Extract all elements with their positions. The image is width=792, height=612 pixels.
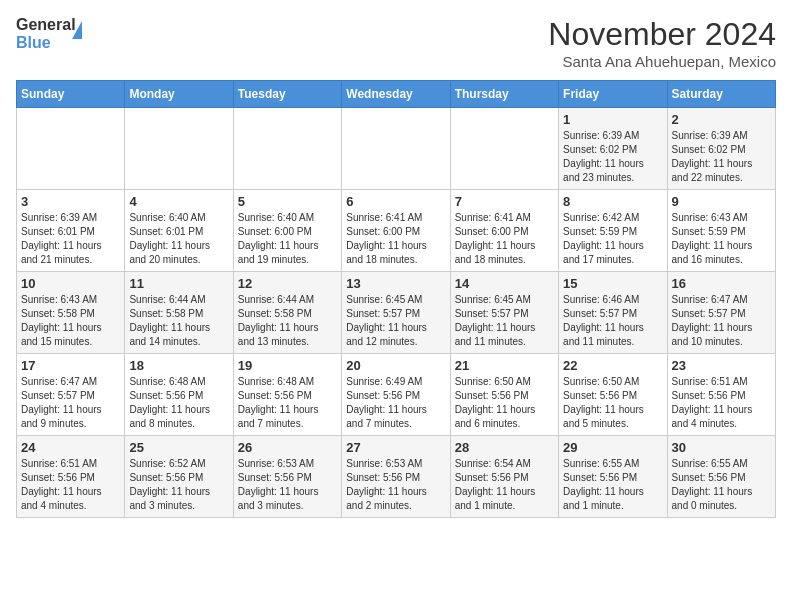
day-header-friday: Friday bbox=[559, 81, 667, 108]
day-number: 2 bbox=[672, 112, 771, 127]
day-info: Sunrise: 6:51 AM Sunset: 5:56 PM Dayligh… bbox=[21, 457, 120, 513]
day-info: Sunrise: 6:43 AM Sunset: 5:58 PM Dayligh… bbox=[21, 293, 120, 349]
day-info: Sunrise: 6:48 AM Sunset: 5:56 PM Dayligh… bbox=[238, 375, 337, 431]
day-cell: 25Sunrise: 6:52 AM Sunset: 5:56 PM Dayli… bbox=[125, 436, 233, 518]
day-info: Sunrise: 6:43 AM Sunset: 5:59 PM Dayligh… bbox=[672, 211, 771, 267]
day-header-wednesday: Wednesday bbox=[342, 81, 450, 108]
day-info: Sunrise: 6:50 AM Sunset: 5:56 PM Dayligh… bbox=[455, 375, 554, 431]
day-header-saturday: Saturday bbox=[667, 81, 775, 108]
day-info: Sunrise: 6:44 AM Sunset: 5:58 PM Dayligh… bbox=[238, 293, 337, 349]
day-info: Sunrise: 6:52 AM Sunset: 5:56 PM Dayligh… bbox=[129, 457, 228, 513]
day-info: Sunrise: 6:51 AM Sunset: 5:56 PM Dayligh… bbox=[672, 375, 771, 431]
day-cell: 8Sunrise: 6:42 AM Sunset: 5:59 PM Daylig… bbox=[559, 190, 667, 272]
day-cell: 1Sunrise: 6:39 AM Sunset: 6:02 PM Daylig… bbox=[559, 108, 667, 190]
day-info: Sunrise: 6:45 AM Sunset: 5:57 PM Dayligh… bbox=[346, 293, 445, 349]
location: Santa Ana Ahuehuepan, Mexico bbox=[548, 53, 776, 70]
day-header-sunday: Sunday bbox=[17, 81, 125, 108]
day-cell: 22Sunrise: 6:50 AM Sunset: 5:56 PM Dayli… bbox=[559, 354, 667, 436]
day-number: 11 bbox=[129, 276, 228, 291]
day-cell: 4Sunrise: 6:40 AM Sunset: 6:01 PM Daylig… bbox=[125, 190, 233, 272]
day-header-tuesday: Tuesday bbox=[233, 81, 341, 108]
day-info: Sunrise: 6:39 AM Sunset: 6:01 PM Dayligh… bbox=[21, 211, 120, 267]
day-info: Sunrise: 6:53 AM Sunset: 5:56 PM Dayligh… bbox=[238, 457, 337, 513]
day-cell: 26Sunrise: 6:53 AM Sunset: 5:56 PM Dayli… bbox=[233, 436, 341, 518]
day-cell: 12Sunrise: 6:44 AM Sunset: 5:58 PM Dayli… bbox=[233, 272, 341, 354]
day-number: 14 bbox=[455, 276, 554, 291]
day-number: 22 bbox=[563, 358, 662, 373]
day-number: 21 bbox=[455, 358, 554, 373]
calendar: SundayMondayTuesdayWednesdayThursdayFrid… bbox=[16, 80, 776, 518]
day-info: Sunrise: 6:55 AM Sunset: 5:56 PM Dayligh… bbox=[672, 457, 771, 513]
day-cell bbox=[17, 108, 125, 190]
day-cell: 10Sunrise: 6:43 AM Sunset: 5:58 PM Dayli… bbox=[17, 272, 125, 354]
day-cell bbox=[450, 108, 558, 190]
day-info: Sunrise: 6:48 AM Sunset: 5:56 PM Dayligh… bbox=[129, 375, 228, 431]
day-number: 27 bbox=[346, 440, 445, 455]
day-cell: 14Sunrise: 6:45 AM Sunset: 5:57 PM Dayli… bbox=[450, 272, 558, 354]
week-row-5: 24Sunrise: 6:51 AM Sunset: 5:56 PM Dayli… bbox=[17, 436, 776, 518]
day-number: 23 bbox=[672, 358, 771, 373]
day-number: 6 bbox=[346, 194, 445, 209]
day-cell: 3Sunrise: 6:39 AM Sunset: 6:01 PM Daylig… bbox=[17, 190, 125, 272]
day-number: 25 bbox=[129, 440, 228, 455]
week-row-4: 17Sunrise: 6:47 AM Sunset: 5:57 PM Dayli… bbox=[17, 354, 776, 436]
day-header-monday: Monday bbox=[125, 81, 233, 108]
day-cell: 23Sunrise: 6:51 AM Sunset: 5:56 PM Dayli… bbox=[667, 354, 775, 436]
day-number: 1 bbox=[563, 112, 662, 127]
day-info: Sunrise: 6:40 AM Sunset: 6:01 PM Dayligh… bbox=[129, 211, 228, 267]
day-cell: 13Sunrise: 6:45 AM Sunset: 5:57 PM Dayli… bbox=[342, 272, 450, 354]
logo: GeneralBlue bbox=[16, 16, 82, 52]
day-number: 12 bbox=[238, 276, 337, 291]
day-number: 15 bbox=[563, 276, 662, 291]
day-cell: 15Sunrise: 6:46 AM Sunset: 5:57 PM Dayli… bbox=[559, 272, 667, 354]
day-cell: 5Sunrise: 6:40 AM Sunset: 6:00 PM Daylig… bbox=[233, 190, 341, 272]
day-info: Sunrise: 6:47 AM Sunset: 5:57 PM Dayligh… bbox=[21, 375, 120, 431]
day-number: 30 bbox=[672, 440, 771, 455]
day-number: 9 bbox=[672, 194, 771, 209]
logo-triangle-icon bbox=[72, 21, 82, 39]
month-title: November 2024 bbox=[548, 16, 776, 53]
day-cell bbox=[342, 108, 450, 190]
day-number: 7 bbox=[455, 194, 554, 209]
day-cell: 20Sunrise: 6:49 AM Sunset: 5:56 PM Dayli… bbox=[342, 354, 450, 436]
day-number: 5 bbox=[238, 194, 337, 209]
day-number: 26 bbox=[238, 440, 337, 455]
day-number: 29 bbox=[563, 440, 662, 455]
day-cell: 21Sunrise: 6:50 AM Sunset: 5:56 PM Dayli… bbox=[450, 354, 558, 436]
day-info: Sunrise: 6:41 AM Sunset: 6:00 PM Dayligh… bbox=[455, 211, 554, 267]
day-info: Sunrise: 6:41 AM Sunset: 6:00 PM Dayligh… bbox=[346, 211, 445, 267]
day-number: 8 bbox=[563, 194, 662, 209]
day-info: Sunrise: 6:54 AM Sunset: 5:56 PM Dayligh… bbox=[455, 457, 554, 513]
day-info: Sunrise: 6:39 AM Sunset: 6:02 PM Dayligh… bbox=[563, 129, 662, 185]
day-number: 16 bbox=[672, 276, 771, 291]
day-number: 10 bbox=[21, 276, 120, 291]
day-cell: 7Sunrise: 6:41 AM Sunset: 6:00 PM Daylig… bbox=[450, 190, 558, 272]
day-cell: 6Sunrise: 6:41 AM Sunset: 6:00 PM Daylig… bbox=[342, 190, 450, 272]
day-header-thursday: Thursday bbox=[450, 81, 558, 108]
day-cell: 29Sunrise: 6:55 AM Sunset: 5:56 PM Dayli… bbox=[559, 436, 667, 518]
day-info: Sunrise: 6:55 AM Sunset: 5:56 PM Dayligh… bbox=[563, 457, 662, 513]
day-info: Sunrise: 6:49 AM Sunset: 5:56 PM Dayligh… bbox=[346, 375, 445, 431]
day-info: Sunrise: 6:53 AM Sunset: 5:56 PM Dayligh… bbox=[346, 457, 445, 513]
day-cell: 27Sunrise: 6:53 AM Sunset: 5:56 PM Dayli… bbox=[342, 436, 450, 518]
day-cell bbox=[233, 108, 341, 190]
week-row-1: 1Sunrise: 6:39 AM Sunset: 6:02 PM Daylig… bbox=[17, 108, 776, 190]
day-info: Sunrise: 6:42 AM Sunset: 5:59 PM Dayligh… bbox=[563, 211, 662, 267]
day-cell bbox=[125, 108, 233, 190]
title-block: November 2024 Santa Ana Ahuehuepan, Mexi… bbox=[548, 16, 776, 70]
day-cell: 18Sunrise: 6:48 AM Sunset: 5:56 PM Dayli… bbox=[125, 354, 233, 436]
day-number: 13 bbox=[346, 276, 445, 291]
day-info: Sunrise: 6:44 AM Sunset: 5:58 PM Dayligh… bbox=[129, 293, 228, 349]
week-row-3: 10Sunrise: 6:43 AM Sunset: 5:58 PM Dayli… bbox=[17, 272, 776, 354]
day-info: Sunrise: 6:39 AM Sunset: 6:02 PM Dayligh… bbox=[672, 129, 771, 185]
day-cell: 24Sunrise: 6:51 AM Sunset: 5:56 PM Dayli… bbox=[17, 436, 125, 518]
day-cell: 28Sunrise: 6:54 AM Sunset: 5:56 PM Dayli… bbox=[450, 436, 558, 518]
day-cell: 16Sunrise: 6:47 AM Sunset: 5:57 PM Dayli… bbox=[667, 272, 775, 354]
week-row-2: 3Sunrise: 6:39 AM Sunset: 6:01 PM Daylig… bbox=[17, 190, 776, 272]
day-info: Sunrise: 6:50 AM Sunset: 5:56 PM Dayligh… bbox=[563, 375, 662, 431]
day-info: Sunrise: 6:40 AM Sunset: 6:00 PM Dayligh… bbox=[238, 211, 337, 267]
day-number: 24 bbox=[21, 440, 120, 455]
day-info: Sunrise: 6:46 AM Sunset: 5:57 PM Dayligh… bbox=[563, 293, 662, 349]
day-number: 19 bbox=[238, 358, 337, 373]
day-cell: 19Sunrise: 6:48 AM Sunset: 5:56 PM Dayli… bbox=[233, 354, 341, 436]
